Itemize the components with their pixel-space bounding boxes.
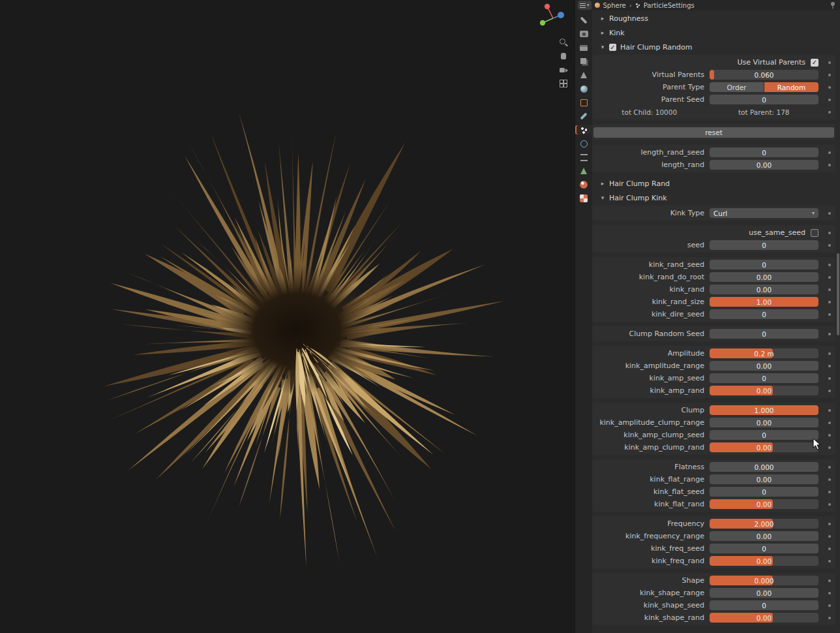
animate-decorator-icon[interactable] xyxy=(828,617,831,619)
kink-shape-range-field[interactable]: 0.00 xyxy=(710,588,818,598)
kink-freq-rand-slider[interactable]: 0.00 xyxy=(710,556,818,566)
animate-decorator-icon[interactable] xyxy=(828,264,831,266)
breadcrumb-settings[interactable]: ParticleSettings xyxy=(644,2,695,9)
animate-decorator-icon[interactable] xyxy=(828,390,831,392)
animate-decorator-icon[interactable] xyxy=(828,313,831,316)
kink-amp-clump-rand-slider[interactable]: 0.00 xyxy=(710,442,818,452)
length-rand-field[interactable]: 0.00 xyxy=(710,160,818,170)
tab-particles[interactable] xyxy=(575,125,592,134)
editor-type-button[interactable]: ▾ xyxy=(578,1,592,10)
tab-object[interactable] xyxy=(575,98,592,107)
kink-rand-seed-field[interactable]: 0 xyxy=(710,260,818,270)
kink-amplitude-range-field[interactable]: 0.00 xyxy=(710,361,818,371)
animate-decorator-icon[interactable] xyxy=(828,377,831,380)
gizmo-x-axis[interactable] xyxy=(545,4,550,9)
tab-object-data[interactable] xyxy=(575,166,592,176)
tab-constraints[interactable] xyxy=(575,153,592,162)
animate-decorator-icon[interactable] xyxy=(828,86,831,89)
camera-icon[interactable] xyxy=(559,65,568,74)
tab-render[interactable] xyxy=(575,29,592,39)
kink-flat-rand-slider[interactable]: 0.00 xyxy=(710,499,818,509)
animate-decorator-icon[interactable] xyxy=(828,503,831,506)
tab-tool[interactable] xyxy=(575,16,592,25)
animate-decorator-icon[interactable] xyxy=(828,523,831,525)
gizmo-z-axis[interactable] xyxy=(558,12,564,18)
kink-amp-seed-field[interactable]: 0 xyxy=(710,373,818,383)
kink-shape-rand-slider[interactable]: 0.00 xyxy=(710,613,818,623)
kink-amp-rand-slider[interactable]: 0.00 xyxy=(710,386,818,395)
kink-flat-seed-field[interactable]: 0 xyxy=(710,487,818,497)
kink-shape-seed-field[interactable]: 0 xyxy=(710,600,818,610)
use-virtual-parents-checkbox[interactable] xyxy=(811,59,818,67)
animate-decorator-icon[interactable] xyxy=(828,164,831,166)
animate-decorator-icon[interactable] xyxy=(828,592,831,594)
animate-decorator-icon[interactable] xyxy=(828,422,831,424)
animate-decorator-icon[interactable] xyxy=(828,288,831,291)
animate-decorator-icon[interactable] xyxy=(828,491,831,493)
animate-decorator-icon[interactable] xyxy=(828,352,831,355)
panel-header-hair-clump-random[interactable]: ▾Hair Clump Random xyxy=(592,40,835,54)
clump-slider[interactable]: 1.000 xyxy=(710,405,818,415)
animate-decorator-icon[interactable] xyxy=(828,333,831,335)
panel-header-kink[interactable]: ▸Kink xyxy=(592,26,835,39)
tab-view-layer[interactable] xyxy=(575,57,592,66)
panel-enable-checkbox[interactable] xyxy=(609,44,616,51)
tab-output[interactable] xyxy=(575,43,592,52)
use-same-seed-checkbox[interactable] xyxy=(811,229,818,237)
pin-icon[interactable] xyxy=(830,1,836,9)
animate-decorator-icon[interactable] xyxy=(828,74,831,76)
shape-slider[interactable]: 0.000 xyxy=(710,576,818,585)
order-button[interactable]: Order xyxy=(710,82,764,92)
navigation-gizmo[interactable] xyxy=(537,3,569,34)
animate-decorator-icon[interactable] xyxy=(828,111,831,114)
virtual-parents-slider[interactable]: 0.060 xyxy=(710,70,818,80)
animate-decorator-icon[interactable] xyxy=(828,478,831,481)
tab-material[interactable] xyxy=(575,180,592,189)
animate-decorator-icon[interactable] xyxy=(828,212,831,215)
animate-decorator-icon[interactable] xyxy=(828,604,831,607)
animate-decorator-icon[interactable] xyxy=(828,409,831,412)
viewport-3d[interactable] xyxy=(0,0,574,633)
kink-rand-size-slider[interactable]: 1.00 xyxy=(710,297,818,307)
kink-dire-seed-field[interactable]: 0 xyxy=(710,309,818,319)
amplitude-slider[interactable]: 0.2 m xyxy=(710,348,818,358)
kink-flat-range-field[interactable]: 0.00 xyxy=(710,474,818,484)
animate-decorator-icon[interactable] xyxy=(828,232,831,234)
animate-decorator-icon[interactable] xyxy=(828,466,831,469)
animate-decorator-icon[interactable] xyxy=(828,560,831,563)
animate-decorator-icon[interactable] xyxy=(828,434,831,437)
scrollbar[interactable] xyxy=(837,253,839,335)
kink-rand-field[interactable]: 0.00 xyxy=(710,285,818,294)
kink-rand-do-root-field[interactable]: 0.00 xyxy=(710,272,818,282)
animate-decorator-icon[interactable] xyxy=(828,151,831,154)
hand-icon[interactable] xyxy=(559,52,568,61)
hair-particle-object[interactable] xyxy=(0,0,574,633)
animate-decorator-icon[interactable] xyxy=(828,301,831,303)
tab-scene[interactable] xyxy=(575,70,592,80)
animate-decorator-icon[interactable] xyxy=(828,276,831,279)
tab-physics[interactable] xyxy=(575,139,592,148)
panel-header-hair-clump-rand[interactable]: ▸Hair Clump Rand xyxy=(592,177,835,190)
kink-type-dropdown[interactable]: Curl▾ xyxy=(710,208,818,218)
animate-decorator-icon[interactable] xyxy=(828,99,831,101)
animate-decorator-icon[interactable] xyxy=(828,244,831,247)
kink-frequency-range-field[interactable]: 0.00 xyxy=(710,531,818,541)
tab-world[interactable] xyxy=(575,84,592,93)
breadcrumb-object[interactable]: Sphere xyxy=(603,2,626,9)
gizmo-y-axis[interactable] xyxy=(540,20,545,25)
kink-amplitude-clump-range-field[interactable]: 0.00 xyxy=(710,418,818,427)
animate-decorator-icon[interactable] xyxy=(828,579,831,582)
kink-amp-clump-seed-field[interactable]: 0 xyxy=(710,430,818,440)
length-rand-seed-field[interactable]: 0 xyxy=(710,147,818,157)
animate-decorator-icon[interactable] xyxy=(828,535,831,538)
panel-header-hair-clump-kink[interactable]: ▾Hair Clump Kink xyxy=(592,191,835,204)
panel-header-roughness[interactable]: ▸Roughness xyxy=(592,12,835,25)
animate-decorator-icon[interactable] xyxy=(828,446,831,449)
animate-decorator-icon[interactable] xyxy=(828,365,831,367)
flatness-field[interactable]: 0.000 xyxy=(710,462,818,472)
zoom-icon[interactable] xyxy=(559,38,568,47)
clump-random-seed-field[interactable]: 0 xyxy=(710,329,818,339)
tab-texture[interactable] xyxy=(575,194,592,203)
reset-button[interactable]: reset xyxy=(593,127,834,138)
frequency-slider[interactable]: 2.000 xyxy=(710,519,818,529)
